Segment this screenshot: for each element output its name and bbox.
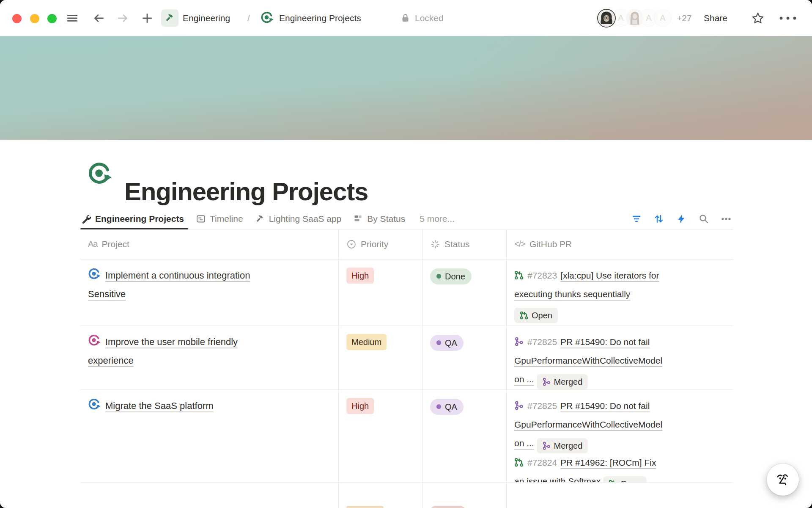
ai-face-icon xyxy=(774,471,792,489)
status-type-icon xyxy=(430,239,440,249)
window-titlebar: Engineering / Engineering Projects Locke… xyxy=(0,0,812,36)
clipped-status-pill xyxy=(430,506,466,508)
github-pr-cell[interactable] xyxy=(506,483,733,508)
view-more-icon[interactable] xyxy=(721,213,732,224)
breadcrumb-parent[interactable]: Engineering xyxy=(183,0,230,36)
forward-icon[interactable] xyxy=(117,12,129,25)
tab-lighting-saas-app[interactable]: Lighting SaaS app xyxy=(249,208,348,229)
automation-zap-icon[interactable] xyxy=(676,213,687,224)
projects-table: Aa Project Priority Status </> xyxy=(80,229,733,508)
project-cycle-icon xyxy=(88,398,101,411)
project-cycle-icon xyxy=(88,334,101,347)
notion-ai-button[interactable] xyxy=(767,464,799,496)
column-label: GitHub PR xyxy=(529,239,572,249)
tab-timeline[interactable]: Timeline xyxy=(190,208,249,229)
page-title[interactable]: Engineering Projects xyxy=(124,177,368,206)
pr-state-pill[interactable]: Merged xyxy=(537,438,588,453)
priority-badge: High xyxy=(346,398,374,414)
github-pr-cell[interactable]: #72823[xla:cpu] Use iterators for execut… xyxy=(506,260,733,326)
board-icon xyxy=(353,214,363,224)
pr-entry: #72825PR #15490: Do not fail GpuPerforma… xyxy=(514,397,727,453)
project-cell[interactable]: Migrate the SaaS platform xyxy=(80,390,338,482)
locked-status-label[interactable]: Locked xyxy=(415,0,444,36)
project-cell[interactable]: Improve the user mobile friendly experie… xyxy=(80,326,338,389)
project-title-link[interactable]: Improve the user mobile friendly experie… xyxy=(88,337,238,366)
pr-number: #72823 xyxy=(527,271,557,280)
pr-state-pill[interactable]: Merged xyxy=(537,374,588,389)
tab-label: Timeline xyxy=(210,214,243,224)
priority-cell[interactable]: High xyxy=(338,260,422,326)
github-pr-cell[interactable]: #72825PR #15490: Do not fail GpuPerforma… xyxy=(506,390,733,482)
pr-state-pill[interactable]: Open xyxy=(514,308,558,323)
share-button[interactable]: Share xyxy=(704,0,727,36)
tab-by-status[interactable]: By Status xyxy=(347,208,411,229)
column-header-github-pr[interactable]: </> GitHub PR xyxy=(506,229,733,259)
project-title-link[interactable]: Migrate the SaaS platform xyxy=(105,400,214,411)
pr-entry: #72824PR #14962: [ROCm] Fix an issue wit… xyxy=(514,453,727,482)
priority-cell[interactable]: Medium xyxy=(338,326,422,389)
status-label: QA xyxy=(445,403,457,411)
project-cell[interactable]: Implement a continuous integration Sensi… xyxy=(80,260,338,326)
column-label: Status xyxy=(444,239,470,249)
merge-icon xyxy=(514,401,524,410)
close-window-button[interactable] xyxy=(12,14,22,23)
page-cycle-icon[interactable] xyxy=(88,162,112,187)
status-dot xyxy=(436,404,441,409)
favorite-star-icon[interactable] xyxy=(751,11,765,25)
tab-more-views[interactable]: 5 more... xyxy=(414,208,461,229)
avatar[interactable] xyxy=(597,9,616,28)
back-icon[interactable] xyxy=(92,12,105,25)
pull-request-icon xyxy=(514,458,524,467)
sidebar-menu-icon[interactable] xyxy=(66,12,79,25)
workspace-hammer-icon[interactable] xyxy=(161,9,178,27)
project-title-link[interactable]: Implement a continuous integration Sensi… xyxy=(88,270,250,299)
pull-request-icon xyxy=(609,480,617,482)
zoom-window-button[interactable] xyxy=(47,14,57,23)
new-page-icon[interactable] xyxy=(141,12,154,25)
merge-icon xyxy=(542,378,551,386)
column-label: Project xyxy=(102,239,129,249)
pr-state-pill[interactable]: Open xyxy=(603,476,647,482)
select-type-icon xyxy=(346,239,357,249)
filter-icon[interactable] xyxy=(631,213,642,224)
column-header-priority[interactable]: Priority xyxy=(338,229,422,259)
github-pr-cell[interactable]: #72825PR #15490: Do not fail GpuPerforma… xyxy=(506,326,733,389)
status-cell[interactable]: QA xyxy=(422,326,506,389)
tab-label: By Status xyxy=(367,214,405,224)
minimize-window-button[interactable] xyxy=(30,14,39,23)
status-label: Done xyxy=(445,272,465,281)
status-cell[interactable] xyxy=(422,483,506,508)
collaborator-avatars[interactable]: A A A xyxy=(597,9,672,28)
breadcrumb-current[interactable]: Engineering Projects xyxy=(279,0,361,36)
notion-window: Engineering / Engineering Projects Locke… xyxy=(0,0,812,508)
column-header-project[interactable]: Aa Project xyxy=(80,229,338,259)
status-pill: Done xyxy=(430,268,472,284)
search-icon[interactable] xyxy=(698,213,709,224)
status-cell[interactable]: QA xyxy=(422,390,506,482)
sort-icon[interactable] xyxy=(653,213,664,224)
page-cover-image[interactable] xyxy=(0,36,812,140)
view-toolbar xyxy=(631,208,732,229)
timeline-icon xyxy=(196,214,206,224)
table-row: Implement a continuous integration Sensi… xyxy=(80,260,733,326)
more-options-icon[interactable] xyxy=(778,15,798,21)
pr-state-label: Merged xyxy=(554,378,583,386)
page-cycle-icon-small xyxy=(261,11,274,25)
breadcrumb-separator: / xyxy=(247,0,250,36)
avatar-overflow-count[interactable]: +27 xyxy=(677,0,692,36)
tab-engineering-projects[interactable]: Engineering Projects xyxy=(80,208,190,229)
column-header-status[interactable]: Status xyxy=(422,229,506,259)
tab-label: Lighting SaaS app xyxy=(269,214,342,224)
priority-badge: High xyxy=(346,268,374,284)
tab-label: Engineering Projects xyxy=(95,214,184,224)
priority-cell[interactable]: High xyxy=(338,390,422,482)
project-cycle-icon xyxy=(88,268,101,281)
avatar[interactable]: A xyxy=(654,9,672,27)
table-header-row: Aa Project Priority Status </> xyxy=(80,229,733,260)
lock-icon xyxy=(401,13,410,23)
priority-cell[interactable] xyxy=(338,483,422,508)
status-cell[interactable]: Done xyxy=(422,260,506,326)
wrench-icon xyxy=(81,214,91,224)
project-cell[interactable] xyxy=(80,483,338,508)
text-type-icon: Aa xyxy=(88,239,97,249)
